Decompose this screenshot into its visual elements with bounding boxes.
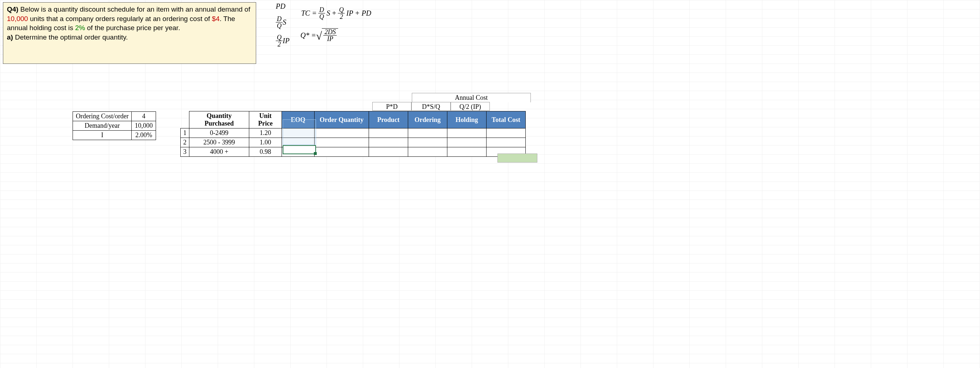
question-text-4: of the purchase price per year. bbox=[85, 24, 180, 32]
sub-q2ip: Q/2 (IP) bbox=[451, 102, 490, 111]
question-text-1: Below is a quantity discount schedule fo… bbox=[19, 5, 250, 13]
param-value[interactable]: 2.00% bbox=[132, 131, 156, 140]
cell-qty[interactable]: 4000 + bbox=[189, 147, 249, 157]
tc-q-over-2: Q 2 bbox=[338, 6, 345, 20]
cell-price[interactable]: 0.98 bbox=[249, 147, 282, 157]
hdr-qty: Quantity Purchased bbox=[189, 112, 249, 129]
question-demand: 10,000 bbox=[7, 15, 28, 22]
tc-lhs: TC = bbox=[301, 9, 317, 18]
cell-total[interactable] bbox=[487, 129, 526, 138]
row-index: 1 bbox=[181, 129, 189, 138]
formula-pd: PD bbox=[276, 2, 286, 11]
result-cell[interactable] bbox=[498, 153, 537, 162]
param-value[interactable]: 4 bbox=[132, 112, 156, 121]
cell-product[interactable] bbox=[369, 129, 408, 138]
cell-order-qty[interactable] bbox=[315, 129, 369, 138]
part-a-label: a) bbox=[7, 33, 13, 41]
row-index: 3 bbox=[181, 147, 189, 157]
table-row: 1 0-2499 1.20 bbox=[181, 129, 526, 138]
tc-plus-1: + bbox=[332, 9, 337, 18]
qstar-body: 2DS IP bbox=[322, 28, 338, 42]
schedule-table: Quantity Purchased Unit Price EOQ Order … bbox=[180, 111, 526, 157]
question-order-cost: $4 bbox=[212, 15, 220, 22]
qstar-lhs: Q* = bbox=[301, 31, 316, 40]
formula-column: PD D Q S Q 2 IP bbox=[276, 2, 290, 53]
formula-s: S bbox=[283, 18, 286, 27]
fill-handle[interactable] bbox=[314, 152, 317, 155]
table-row: I 2.00% bbox=[73, 131, 156, 140]
param-label: Ordering Cost/order bbox=[73, 112, 132, 121]
table-row: 2 2500 - 3999 1.00 bbox=[181, 138, 526, 147]
cell-holding[interactable] bbox=[447, 138, 487, 147]
cell-ordering[interactable] bbox=[408, 138, 447, 147]
cell-product[interactable] bbox=[369, 138, 408, 147]
formula-ip: IP bbox=[283, 37, 290, 45]
cell-ordering[interactable] bbox=[408, 129, 447, 138]
sub-pd: P*D bbox=[372, 102, 412, 111]
active-cell[interactable] bbox=[283, 145, 316, 154]
blank-header bbox=[181, 112, 189, 129]
question-text-2: units that a company orders regularly at… bbox=[28, 15, 212, 22]
tc-d-over-q: D Q bbox=[318, 6, 325, 20]
hdr-ordering: Ordering bbox=[408, 112, 447, 129]
question-label: Q4) bbox=[7, 5, 19, 13]
hdr-total: Total Cost bbox=[487, 112, 526, 129]
formula-q-over-2: Q 2 bbox=[276, 34, 283, 48]
cell-total[interactable] bbox=[487, 138, 526, 147]
cell-order-qty[interactable] bbox=[315, 138, 369, 147]
param-label: Demand/year bbox=[73, 121, 132, 131]
cell-holding[interactable] bbox=[447, 147, 487, 157]
cell-qty[interactable]: 0-2499 bbox=[189, 129, 249, 138]
sub-dsq: D*S/Q bbox=[412, 102, 451, 111]
cell-price[interactable]: 1.00 bbox=[249, 138, 282, 147]
formula-qstar: Q* = √ 2DS IP bbox=[301, 28, 338, 42]
table-header-row: Quantity Purchased Unit Price EOQ Order … bbox=[181, 112, 526, 129]
cell-holding[interactable] bbox=[447, 129, 487, 138]
tc-s: S bbox=[326, 9, 330, 18]
question-holding-pct: 2% bbox=[75, 24, 85, 32]
question-box: Q4) Below is a quantity discount schedul… bbox=[3, 2, 256, 64]
hdr-eoq: EOQ bbox=[282, 112, 315, 129]
cell-price[interactable]: 1.20 bbox=[249, 129, 282, 138]
cell-eoq[interactable] bbox=[282, 129, 315, 138]
cell-product[interactable] bbox=[369, 147, 408, 157]
part-a-text: Determine the optimal order quantity. bbox=[13, 33, 128, 41]
sqrt-icon: √ bbox=[316, 30, 322, 42]
table-row: Ordering Cost/order 4 bbox=[73, 112, 156, 121]
hdr-price: Unit Price bbox=[249, 112, 282, 129]
formula-d-over-q: D Q bbox=[276, 16, 283, 29]
hdr-holding: Holding bbox=[447, 112, 487, 129]
cell-qty[interactable]: 2500 - 3999 bbox=[189, 138, 249, 147]
param-value[interactable]: 10,000 bbox=[132, 121, 156, 131]
table-row: Demand/year 10,000 bbox=[73, 121, 156, 131]
hdr-order-qty: Order Quantity bbox=[315, 112, 369, 129]
tc-tail: IP + PD bbox=[346, 9, 371, 18]
param-label: I bbox=[73, 131, 132, 140]
cost-sub-headers: P*D D*S/Q Q/2 (IP) bbox=[372, 102, 490, 111]
hdr-product: Product bbox=[369, 112, 408, 129]
table-row: 3 4000 + 0.98 bbox=[181, 147, 526, 157]
parameter-table: Ordering Cost/order 4 Demand/year 10,000… bbox=[73, 112, 156, 140]
cell-order-qty[interactable] bbox=[315, 147, 369, 157]
row-index: 2 bbox=[181, 138, 189, 147]
cell-ordering[interactable] bbox=[408, 147, 447, 157]
annual-cost-header: Annual Cost bbox=[412, 93, 531, 102]
formula-tc: TC = D Q S + Q 2 IP + PD bbox=[301, 6, 371, 20]
